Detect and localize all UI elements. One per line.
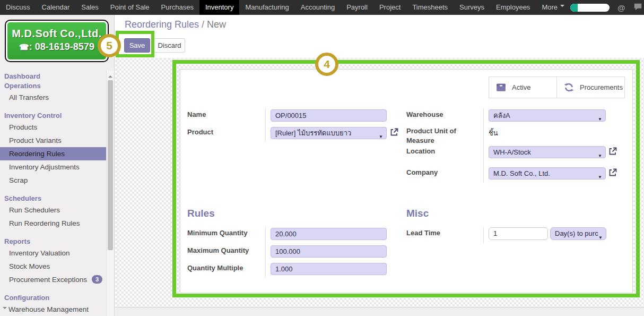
- save-button[interactable]: Save: [124, 38, 150, 53]
- sidebar-item-warehouse-management[interactable]: Warehouse Management: [0, 303, 107, 316]
- company-logo: M.D.Soft Co.,Ltd. ☎: 08-1619-8579: [5, 20, 109, 62]
- nav-item-manufacturing[interactable]: Manufacturing: [239, 0, 294, 15]
- company-phone: ☎: 08-1619-8579: [7, 41, 106, 53]
- separator: [265, 227, 266, 277]
- scroll-up-icon[interactable]: [108, 73, 112, 78]
- app-window: DiscussCalendarSalesPoint of SalePurchas…: [0, 0, 644, 316]
- lead-time-label: Lead Time: [406, 229, 440, 237]
- name-input[interactable]: OP/00015: [271, 109, 387, 122]
- sidebar-item-run-reordering-rules[interactable]: Run Reordering Rules: [0, 217, 107, 230]
- timer-segment: [570, 4, 578, 12]
- product-label: Product: [187, 128, 213, 136]
- uom-label: Product Unit of Measure: [406, 126, 470, 146]
- chat-icon[interactable]: [633, 3, 642, 12]
- breadcrumb-current: New: [207, 19, 226, 30]
- sidebar-item-inventory-valuation[interactable]: Inventory Valuation: [0, 246, 107, 260]
- product-select[interactable]: [Ruler] ไม้บรรทัดแบบยาว ▼: [271, 127, 387, 139]
- sidebar-heading-reports: Reports: [0, 237, 107, 246]
- max-qty-input[interactable]: 100.000: [271, 245, 387, 258]
- sidebar-item-reordering-rules[interactable]: Reordering Rules: [0, 147, 107, 160]
- chevron-down-icon: ▼: [598, 150, 602, 158]
- name-label: Name: [187, 110, 206, 118]
- top-nav: DiscussCalendarSalesPoint of SalePurchas…: [0, 0, 644, 15]
- min-qty-label: Minimum Quantity: [187, 229, 247, 237]
- mentions-icon[interactable]: @: [617, 3, 625, 12]
- footer-strip: [115, 307, 644, 316]
- sidebar-heading-inventory-control: Inventory Control: [0, 111, 107, 121]
- nav-item-inventory[interactable]: Inventory: [199, 0, 239, 15]
- product-external-link-icon[interactable]: [389, 127, 399, 137]
- chevron-down-icon: ▼: [379, 131, 383, 139]
- sidebar-item-procurement-exceptions[interactable]: Procurement Exceptions3: [0, 273, 107, 286]
- sidebar-item-run-schedulers[interactable]: Run Schedulers: [0, 203, 107, 217]
- count-badge: 3: [92, 275, 102, 284]
- separator: [483, 108, 484, 183]
- warehouse-label: Warehouse: [406, 110, 443, 118]
- separator: [265, 108, 266, 141]
- company-label: Company: [406, 168, 438, 176]
- lead-time-unit-select[interactable]: Day(s) to purc ▼: [550, 227, 606, 240]
- lead-time-input[interactable]: 1: [489, 227, 548, 240]
- sidebar-menu: DashboardOperationsAll TransfersInventor…: [0, 72, 107, 316]
- min-qty-input[interactable]: 20.000: [271, 228, 387, 240]
- nav-item-purchases[interactable]: Purchases: [155, 0, 199, 15]
- sidebar-item-scrap[interactable]: Scrap: [0, 174, 107, 187]
- nav-item-discuss[interactable]: Discuss: [0, 0, 36, 15]
- nav-item-timesheets[interactable]: Timesheets: [406, 0, 454, 15]
- chevron-down-icon: ▼: [598, 232, 603, 240]
- sidebar-item-inventory-adjustments[interactable]: Inventory Adjustments: [0, 160, 107, 174]
- sidebar-item-all-transfers[interactable]: All Transfers: [0, 91, 107, 104]
- company-external-link-icon[interactable]: [608, 168, 617, 177]
- uom-value: ชิ้น: [489, 127, 498, 139]
- phone-icon: ☎: [19, 42, 29, 52]
- procurements-button[interactable]: Procurements: [556, 77, 624, 98]
- nav-item-sales[interactable]: Sales: [75, 0, 105, 15]
- top-nav-items: DiscussCalendarSalesPoint of SalePurchas…: [0, 0, 570, 15]
- breadcrumb-parent[interactable]: Reordering Rules: [125, 19, 199, 30]
- nav-search-pill[interactable]: [570, 4, 610, 12]
- nav-item-accounting[interactable]: Accounting: [295, 0, 341, 15]
- nav-item-payroll[interactable]: Payroll: [341, 0, 373, 15]
- chevron-down-icon: ▼: [598, 114, 602, 122]
- caret-down-icon: [3, 307, 7, 311]
- sidebar: M.D.Soft Co.,Ltd. ☎: 08-1619-8579 Dashbo…: [0, 15, 115, 316]
- nav-item-surveys[interactable]: Surveys: [454, 0, 490, 15]
- discard-button[interactable]: Discard: [154, 38, 185, 53]
- location-external-link-icon[interactable]: [608, 147, 617, 156]
- archive-icon: [495, 82, 507, 93]
- separator: [483, 227, 484, 244]
- stat-button-group: Active Procurements: [489, 76, 625, 98]
- top-nav-right: @: [570, 0, 644, 15]
- company-name: M.D.Soft Co.,Ltd.: [7, 28, 106, 40]
- nav-item-employees[interactable]: Employees: [490, 0, 536, 15]
- chevron-down-icon: ▼: [598, 172, 602, 180]
- max-qty-label: Maximum Quantity: [187, 246, 249, 254]
- location-select[interactable]: WH-A/Stock ▼: [489, 146, 606, 158]
- nav-item-more[interactable]: More: [536, 0, 570, 15]
- warehouse-select[interactable]: คลังA ▼: [489, 109, 606, 122]
- misc-section-title: Misc: [406, 208, 429, 219]
- rules-section-title: Rules: [187, 208, 215, 219]
- reordering-rule-form: Active Procurements Name OP/00015 Produc…: [180, 69, 633, 293]
- chevron-down-icon: [560, 5, 564, 9]
- nav-item-project[interactable]: Project: [373, 0, 406, 15]
- qty-multiple-input[interactable]: 1.000: [271, 263, 387, 275]
- company-select[interactable]: M.D. Soft Co., Ltd. ▼: [489, 167, 606, 180]
- sidebar-item-product-variants[interactable]: Product Variants: [0, 134, 107, 147]
- scrollbar-thumb[interactable]: [108, 80, 113, 250]
- control-panel: Reordering Rules / New Save Discard: [115, 15, 644, 58]
- refresh-icon: [563, 82, 575, 93]
- sidebar-heading-operations: Operations: [0, 81, 107, 91]
- qty-multiple-label: Quantity Multiple: [187, 264, 243, 272]
- active-toggle-button[interactable]: Active: [489, 77, 556, 98]
- sidebar-heading-schedulers: Schedulers: [0, 194, 107, 203]
- breadcrumb: Reordering Rules / New: [125, 19, 226, 30]
- sidebar-scrollbar[interactable]: [106, 71, 114, 316]
- sidebar-heading-dashboard: Dashboard: [0, 72, 107, 81]
- nav-item-point-of-sale[interactable]: Point of Sale: [105, 0, 155, 15]
- sidebar-item-products[interactable]: Products: [0, 121, 107, 134]
- sidebar-heading-configuration: Configuration: [0, 293, 107, 303]
- nav-item-calendar[interactable]: Calendar: [36, 0, 76, 15]
- sidebar-item-stock-moves[interactable]: Stock Moves: [0, 260, 107, 273]
- location-label: Location: [406, 147, 435, 155]
